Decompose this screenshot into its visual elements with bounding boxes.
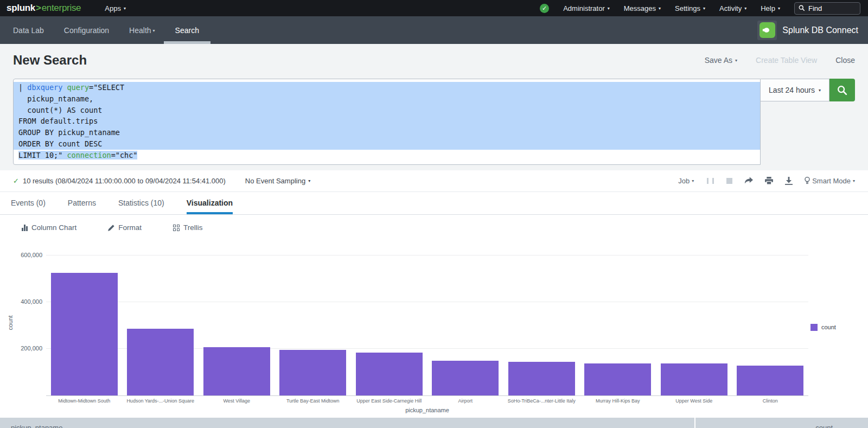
export-download-icon[interactable] bbox=[785, 177, 793, 185]
column-header-pickup-ntaname[interactable]: pickup_ntaname bbox=[0, 418, 694, 428]
x-axis-tick-label: Upper West Side bbox=[656, 398, 732, 404]
tab-events[interactable]: Events (0) bbox=[11, 192, 46, 214]
x-axis-tick-label: Turtle Bay-East Midtown bbox=[275, 398, 352, 404]
settings-menu-label: Settings bbox=[675, 4, 700, 12]
bar[interactable] bbox=[279, 350, 346, 395]
nav-label: Health bbox=[129, 26, 151, 35]
query-token: FROM default.trips bbox=[18, 117, 98, 125]
bar[interactable] bbox=[356, 353, 423, 395]
print-icon[interactable] bbox=[765, 177, 773, 184]
time-range-picker[interactable]: Last 24 hours ▾ bbox=[761, 79, 829, 101]
job-menu[interactable]: Job ▾ bbox=[678, 177, 694, 185]
app-identity[interactable]: Splunk DB Connect bbox=[757, 16, 858, 44]
chevron-down-icon: ▾ bbox=[308, 179, 310, 183]
query-token: query bbox=[67, 83, 89, 92]
search-bar: | dbxquery query="SELECT pickup_ntaname,… bbox=[0, 76, 868, 170]
column-header-count[interactable]: count bbox=[695, 418, 868, 428]
bar[interactable] bbox=[203, 347, 270, 395]
bar[interactable] bbox=[661, 363, 727, 395]
page-header: New Search Save As ▾ Create Table View C… bbox=[0, 44, 868, 76]
settings-menu[interactable]: Settings ▾ bbox=[675, 4, 705, 12]
chart-type-button[interactable]: Column Chart bbox=[22, 223, 76, 232]
find-input[interactable] bbox=[808, 4, 852, 12]
nav-label: Configuration bbox=[64, 26, 109, 35]
logo-brand: splunk bbox=[7, 3, 35, 14]
legend-swatch bbox=[810, 324, 818, 331]
app-icon-backdrop bbox=[757, 21, 777, 40]
bar[interactable] bbox=[51, 273, 118, 395]
nav-item-search[interactable]: Search bbox=[175, 16, 199, 44]
event-sampling-dropdown[interactable]: No Event Sampling ▾ bbox=[245, 177, 310, 185]
nav-item-data-lab[interactable]: Data Lab bbox=[13, 16, 44, 44]
messages-menu[interactable]: Messages ▾ bbox=[624, 4, 661, 12]
page-title: New Search bbox=[13, 53, 87, 68]
health-status-icon[interactable]: ✓ bbox=[540, 4, 549, 13]
query-line: GROUP BY pickup_ntaname bbox=[14, 127, 760, 138]
x-axis-tick-label: SoHo-TriBeCa-...nter-Little Italy bbox=[503, 398, 580, 404]
x-axis-tick-label: Hudson Yards-...-Union Square bbox=[123, 398, 199, 404]
nav-item-health[interactable]: Health ▾ bbox=[129, 16, 155, 44]
x-axis-tick-label: West Village bbox=[199, 398, 275, 404]
bar[interactable] bbox=[432, 361, 499, 395]
help-menu[interactable]: Help ▾ bbox=[761, 4, 780, 12]
tab-visualization[interactable]: Visualization bbox=[187, 192, 233, 214]
close-button[interactable]: Close bbox=[835, 56, 855, 65]
nav-label: Search bbox=[175, 26, 199, 35]
chevron-down-icon: ▾ bbox=[819, 88, 821, 93]
column-header-label: pickup_ntaname bbox=[11, 424, 62, 428]
run-search-button[interactable] bbox=[829, 79, 855, 101]
query-line: count(*) AS count bbox=[14, 105, 760, 116]
trellis-icon bbox=[173, 225, 180, 231]
statistics-table-header: pickup_ntaname count bbox=[0, 418, 868, 428]
stop-job-icon[interactable] bbox=[726, 178, 732, 184]
chevron-down-icon: ▾ bbox=[608, 7, 610, 11]
chevron-down-icon: ▾ bbox=[692, 179, 694, 183]
tab-patterns[interactable]: Patterns bbox=[68, 192, 96, 214]
chart-legend[interactable]: count bbox=[810, 324, 836, 331]
time-range-label: Last 24 hours bbox=[769, 86, 815, 94]
query-token: ="SELECT bbox=[89, 83, 124, 92]
logo-chevron: > bbox=[36, 3, 41, 14]
column-header-label: count bbox=[815, 424, 833, 428]
tab-statistics[interactable]: Statistics (10) bbox=[118, 192, 164, 214]
tab-label: Patterns bbox=[68, 199, 96, 207]
column-chart-icon bbox=[22, 225, 28, 231]
column-chart: 200,000400,000600,000countMidtown-Midtow… bbox=[0, 244, 868, 413]
pause-job-icon[interactable] bbox=[706, 178, 714, 184]
create-table-view-button[interactable]: Create Table View bbox=[756, 56, 817, 65]
y-axis-tick-label: 600,000 bbox=[0, 252, 42, 258]
splunk-logo[interactable]: splunk > enterprise bbox=[7, 3, 81, 14]
apps-menu[interactable]: Apps ▾ bbox=[105, 4, 126, 12]
tab-label: Visualization bbox=[187, 199, 233, 207]
bar[interactable] bbox=[127, 329, 194, 395]
check-icon: ✓ bbox=[13, 177, 19, 185]
save-as-button[interactable]: Save As ▾ bbox=[705, 56, 737, 65]
x-axis-tick-label: Murray Hill-Kips Bay bbox=[580, 398, 656, 404]
save-as-label: Save As bbox=[705, 56, 732, 65]
y-axis-tick-label: 400,000 bbox=[0, 298, 42, 305]
activity-menu[interactable]: Activity ▾ bbox=[719, 4, 746, 12]
bar[interactable] bbox=[508, 362, 575, 395]
db-connect-plug-icon bbox=[760, 22, 775, 38]
results-status-text: 10 results (08/04/2024 11:00:00.000 to 0… bbox=[23, 177, 226, 185]
share-job-icon[interactable] bbox=[744, 177, 753, 184]
bar[interactable] bbox=[737, 366, 803, 395]
format-button[interactable]: Format bbox=[108, 223, 142, 232]
activity-menu-label: Activity bbox=[719, 4, 742, 12]
y-axis-tick-label: 200,000 bbox=[0, 345, 42, 352]
gridline bbox=[46, 255, 808, 255]
nav-item-configuration[interactable]: Configuration bbox=[64, 16, 109, 44]
bar[interactable] bbox=[584, 363, 651, 395]
chart-type-label: Column Chart bbox=[31, 223, 76, 232]
search-mode-dropdown[interactable]: Smart Mode ▾ bbox=[805, 177, 855, 185]
x-axis-tick-label: Airport bbox=[427, 398, 504, 404]
format-label: Format bbox=[118, 223, 142, 232]
trellis-button[interactable]: Trellis bbox=[173, 223, 203, 232]
search-query-editor[interactable]: | dbxquery query="SELECT pickup_ntaname,… bbox=[13, 79, 761, 165]
app-nav-bar: Data Lab Configuration Health ▾ Search S… bbox=[0, 16, 868, 44]
chevron-down-icon: ▾ bbox=[659, 7, 661, 11]
gridline bbox=[46, 302, 808, 302]
find-search-box[interactable] bbox=[794, 2, 860, 15]
user-menu[interactable]: Administrator ▾ bbox=[563, 4, 610, 12]
lightbulb-icon bbox=[805, 177, 810, 184]
